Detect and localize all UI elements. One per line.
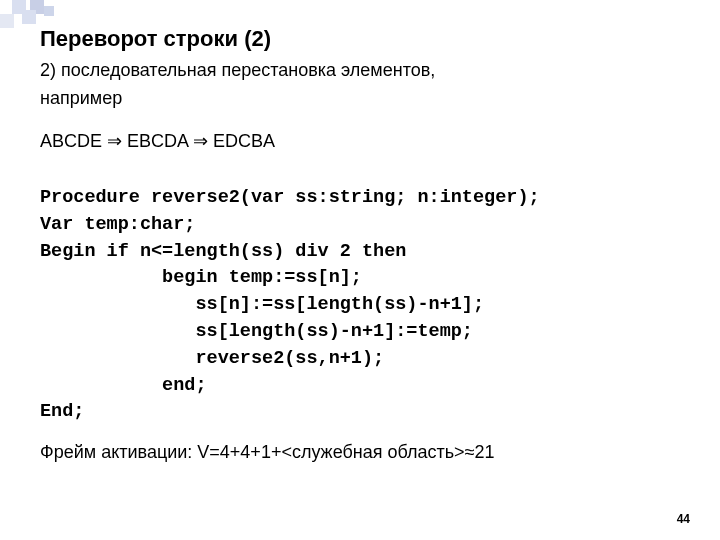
intro-line-2: например — [40, 86, 690, 110]
frame-activation: Фрейм активации: V=4+4+1+<служебная обла… — [40, 440, 690, 464]
page-number: 44 — [677, 512, 690, 526]
intro-text: 2) последовательная перестановка элемент… — [40, 58, 690, 111]
slide-title: Переворот строки (2) — [40, 26, 690, 52]
slide-content: Переворот строки (2) 2) последовательная… — [40, 26, 690, 469]
intro-line-1: 2) последовательная перестановка элемент… — [40, 58, 690, 82]
code-block: Procedure reverse2(var ss:string; n:inte… — [40, 185, 690, 426]
example-line: ABCDE ⇒ EBCDA ⇒ EDCBA — [40, 129, 690, 153]
frame-text: Фрейм активации: V=4+4+1+<служебная обла… — [40, 440, 690, 464]
example-text: ABCDE ⇒ EBCDA ⇒ EDCBA — [40, 129, 690, 153]
